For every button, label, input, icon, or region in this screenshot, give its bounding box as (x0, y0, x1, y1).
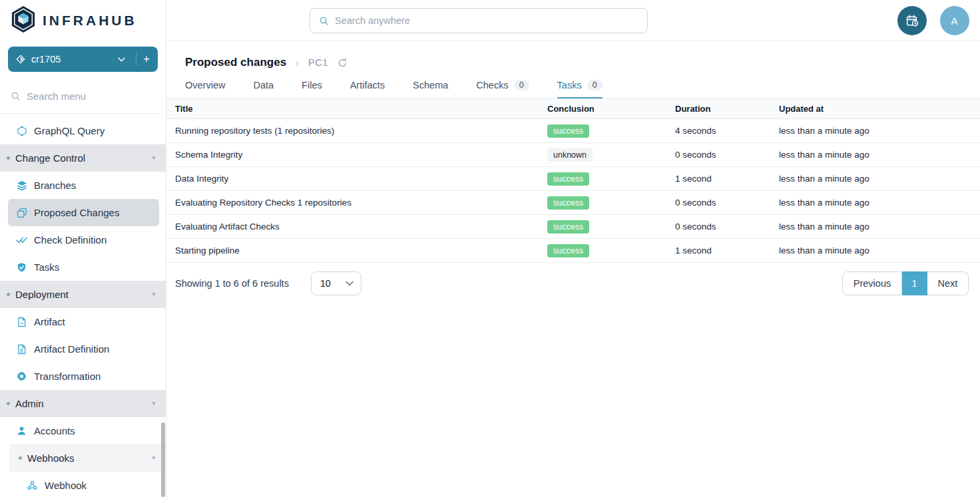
brand-logo[interactable]: INFRAHUB (0, 0, 166, 41)
chevron-down-icon[interactable] (118, 57, 125, 62)
section-label: Change Control (15, 152, 146, 164)
status-badge: success (547, 172, 589, 186)
tab-data[interactable]: Data (253, 80, 274, 98)
sidebar-section-webhooks[interactable]: Webhooks ▼ (9, 444, 166, 472)
global-search-input[interactable] (335, 15, 647, 26)
sidebar-item-transformation[interactable]: Transformation (0, 363, 166, 390)
tab-files[interactable]: Files (302, 80, 322, 98)
sidebar-item-artifact[interactable]: Artifact (0, 308, 166, 335)
section-label: Deployment (15, 289, 146, 300)
column-header-duration: Duration (675, 104, 779, 114)
sidebar-item-graphql-query[interactable]: GraphQL Query (0, 117, 166, 144)
page-size-value: 10 (320, 278, 331, 289)
sidebar-item-artifact-definition[interactable]: Artifact Definition (0, 335, 166, 363)
results-summary: Showing 1 to 6 of 6 results (175, 278, 289, 289)
sidebar-item-check-definition[interactable]: Check Definition (0, 226, 166, 253)
sidebar-section-change-control[interactable]: Change Control ▼ (0, 144, 166, 172)
task-duration: 4 seconds (675, 126, 779, 136)
page-size-select[interactable]: 10 (311, 271, 362, 295)
tab-tasks[interactable]: Tasks 0 (557, 80, 603, 98)
branch-selector[interactable]: cr1705 + (8, 47, 158, 72)
avatar[interactable]: A (940, 6, 969, 35)
sidebar-item-branches[interactable]: Branches (0, 172, 166, 199)
breadcrumb-current: PC1 (308, 57, 328, 68)
task-title: Starting pipeline (166, 246, 547, 255)
sidebar-item-label: Webhook (45, 480, 87, 491)
sidebar-item-label: GraphQL Query (34, 125, 105, 136)
task-duration: 1 second (675, 174, 779, 184)
sidebar-item-webhook[interactable]: Webhook (0, 472, 166, 499)
time-travel-button[interactable] (897, 6, 927, 35)
tab-checks[interactable]: Checks 0 (476, 80, 529, 98)
bullet-icon (19, 456, 22, 460)
file-icon (16, 317, 27, 327)
task-duration: 0 seconds (675, 198, 779, 208)
sidebar-item-label: Accounts (34, 425, 75, 436)
sidebar-section-admin[interactable]: Admin ▼ (0, 390, 166, 417)
next-page-button[interactable]: Next (927, 271, 969, 295)
sidebar-item-label: Branches (34, 180, 76, 191)
sidebar-item-label: Transformation (34, 371, 101, 382)
chevron-down-icon: ▼ (151, 291, 156, 297)
sidebar-item-tasks[interactable]: Tasks (0, 253, 166, 281)
table-row[interactable]: Evaluating Repository Checks 1 repositor… (166, 191, 980, 215)
section-label: Admin (15, 398, 146, 409)
sidebar-search-input[interactable] (27, 90, 140, 102)
add-branch-button[interactable]: + (136, 53, 150, 66)
sidebar-item-label: Proposed Changes (34, 207, 119, 218)
page-title[interactable]: Proposed changes (185, 56, 286, 69)
search-icon (11, 91, 21, 101)
webhook-icon (27, 480, 38, 490)
brand-name: INFRAHUB (43, 13, 137, 29)
sidebar-item-label: Artifact (34, 316, 65, 327)
topbar: A (166, 0, 980, 41)
global-search[interactable] (310, 8, 648, 33)
table-row[interactable]: Schema Integrity unknown 0 seconds less … (166, 143, 980, 167)
sidebar-item-accounts[interactable]: Accounts (0, 417, 166, 444)
search-icon (319, 16, 329, 26)
tab-bar: Overview Data Files Artifacts Schema Che… (166, 69, 980, 98)
refresh-icon[interactable] (338, 58, 348, 68)
chevron-right-icon: › (296, 57, 299, 69)
column-header-conclusion: Conclusion (547, 104, 675, 114)
tab-label: Tasks (557, 80, 582, 90)
previous-page-button[interactable]: Previous (842, 271, 902, 295)
tab-label: Data (253, 80, 274, 90)
task-updated: less than a minute ago (779, 246, 980, 255)
bullet-icon (7, 293, 10, 296)
sidebar: INFRAHUB cr1705 + GraphQL Query (0, 0, 166, 499)
task-duration: 1 second (675, 246, 779, 255)
status-badge: success (547, 196, 589, 210)
table-row[interactable]: Running repository tests (1 repositories… (166, 119, 980, 143)
sidebar-section-deployment[interactable]: Deployment ▼ (0, 281, 166, 308)
tab-schema[interactable]: Schema (413, 80, 448, 98)
main-content: A Proposed changes › PC1 Overview Data F… (166, 0, 980, 295)
task-updated: less than a minute ago (779, 222, 980, 232)
table-header-row: Title Conclusion Duration Updated at (166, 98, 980, 119)
sidebar-search[interactable] (0, 83, 166, 114)
chevron-down-icon: ▼ (151, 155, 156, 161)
status-badge: success (547, 244, 589, 257)
tab-label: Overview (185, 80, 225, 90)
task-title: Schema Integrity (166, 150, 547, 160)
pagination: Showing 1 to 6 of 6 results 10 Previous … (166, 271, 980, 295)
tab-overview[interactable]: Overview (185, 80, 225, 98)
task-title: Running repository tests (1 repositories… (166, 126, 547, 136)
task-duration: 0 seconds (675, 150, 779, 160)
table-row[interactable]: Starting pipeline success 1 second less … (166, 239, 980, 263)
status-badge: unknown (547, 148, 593, 162)
tab-label: Checks (476, 80, 508, 90)
task-updated: less than a minute ago (779, 150, 980, 160)
section-label: Webhooks (27, 452, 146, 464)
tab-label: Schema (413, 80, 448, 90)
sidebar-item-proposed-changes[interactable]: Proposed Changes (8, 199, 159, 226)
chevron-down-icon: ▼ (151, 455, 156, 461)
table-row[interactable]: Evaluating Artifact Checks success 0 sec… (166, 215, 980, 239)
page-number-button[interactable]: 1 (902, 271, 927, 295)
tab-artifacts[interactable]: Artifacts (350, 80, 385, 98)
branch-diamond-icon (16, 55, 25, 64)
double-check-icon (16, 236, 27, 244)
sidebar-scrollbar[interactable] (161, 422, 165, 497)
table-row[interactable]: Data Integrity success 1 second less tha… (166, 167, 980, 191)
tab-label: Artifacts (350, 80, 385, 90)
